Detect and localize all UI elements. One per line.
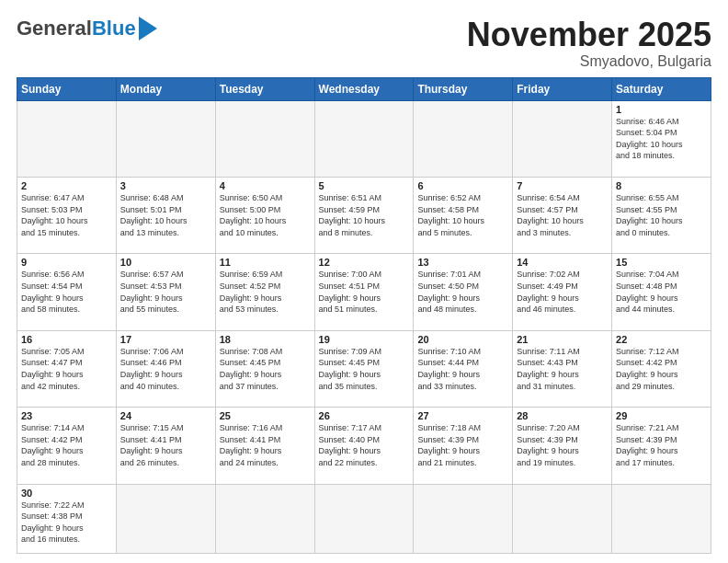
- calendar-week-row: 1Sunrise: 6:46 AM Sunset: 5:04 PM Daylig…: [17, 100, 711, 177]
- day-number: 20: [417, 334, 508, 345]
- calendar-cell: 4Sunrise: 6:50 AM Sunset: 5:00 PM Daylig…: [215, 178, 314, 254]
- calendar-cell: [414, 100, 513, 177]
- calendar-cell: 13Sunrise: 7:01 AM Sunset: 4:50 PM Dayli…: [414, 254, 513, 330]
- calendar-cell: 16Sunrise: 7:05 AM Sunset: 4:47 PM Dayli…: [17, 330, 117, 407]
- day-info: Sunrise: 7:06 AM Sunset: 4:46 PM Dayligh…: [120, 346, 211, 392]
- day-number: 3: [120, 180, 211, 191]
- weekday-header-friday: Friday: [513, 77, 612, 100]
- weekday-header-row: SundayMondayTuesdayWednesdayThursdayFrid…: [17, 77, 711, 100]
- day-info: Sunrise: 6:56 AM Sunset: 4:54 PM Dayligh…: [21, 269, 112, 315]
- weekday-header-saturday: Saturday: [612, 77, 711, 100]
- day-number: 11: [220, 257, 311, 268]
- day-number: 9: [21, 257, 112, 268]
- day-info: Sunrise: 7:20 AM Sunset: 4:39 PM Dayligh…: [517, 422, 608, 468]
- calendar-cell: 28Sunrise: 7:20 AM Sunset: 4:39 PM Dayli…: [513, 408, 612, 484]
- calendar-cell: 24Sunrise: 7:15 AM Sunset: 4:41 PM Dayli…: [116, 408, 215, 484]
- day-number: 18: [220, 334, 311, 345]
- calendar-cell: 2Sunrise: 6:47 AM Sunset: 5:03 PM Daylig…: [17, 178, 117, 254]
- day-number: 13: [417, 257, 508, 268]
- day-number: 10: [120, 257, 211, 268]
- month-year-title: November 2025: [467, 17, 711, 53]
- day-info: Sunrise: 7:17 AM Sunset: 4:40 PM Dayligh…: [319, 422, 410, 468]
- calendar-cell: 25Sunrise: 7:16 AM Sunset: 4:41 PM Dayli…: [215, 408, 314, 484]
- calendar-week-row: 30Sunrise: 7:22 AM Sunset: 4:38 PM Dayli…: [17, 484, 711, 553]
- calendar-table: SundayMondayTuesdayWednesdayThursdayFrid…: [17, 77, 711, 554]
- calendar-cell: 17Sunrise: 7:06 AM Sunset: 4:46 PM Dayli…: [116, 330, 215, 407]
- calendar-cell: 14Sunrise: 7:02 AM Sunset: 4:49 PM Dayli…: [513, 254, 612, 330]
- calendar-cell: 27Sunrise: 7:18 AM Sunset: 4:39 PM Dayli…: [414, 408, 513, 484]
- day-info: Sunrise: 7:10 AM Sunset: 4:44 PM Dayligh…: [417, 346, 508, 392]
- day-info: Sunrise: 6:52 AM Sunset: 4:58 PM Dayligh…: [417, 192, 508, 238]
- calendar-cell: [513, 484, 612, 553]
- calendar-cell: [612, 484, 711, 553]
- day-info: Sunrise: 6:57 AM Sunset: 4:53 PM Dayligh…: [120, 269, 211, 315]
- calendar-cell: 23Sunrise: 7:14 AM Sunset: 4:42 PM Dayli…: [17, 408, 117, 484]
- weekday-header-monday: Monday: [116, 77, 215, 100]
- day-info: Sunrise: 7:16 AM Sunset: 4:41 PM Dayligh…: [220, 422, 311, 468]
- day-info: Sunrise: 7:12 AM Sunset: 4:42 PM Dayligh…: [616, 346, 707, 392]
- day-info: Sunrise: 7:02 AM Sunset: 4:49 PM Dayligh…: [517, 269, 608, 315]
- day-number: 8: [616, 180, 707, 191]
- calendar-week-row: 23Sunrise: 7:14 AM Sunset: 4:42 PM Dayli…: [17, 408, 711, 484]
- logo: General Blue: [17, 17, 157, 40]
- day-info: Sunrise: 7:11 AM Sunset: 4:43 PM Dayligh…: [517, 346, 608, 392]
- weekday-header-thursday: Thursday: [414, 77, 513, 100]
- day-info: Sunrise: 7:15 AM Sunset: 4:41 PM Dayligh…: [120, 422, 211, 468]
- day-number: 30: [21, 488, 112, 499]
- day-number: 15: [616, 257, 707, 268]
- calendar-cell: 9Sunrise: 6:56 AM Sunset: 4:54 PM Daylig…: [17, 254, 117, 330]
- calendar-cell: 6Sunrise: 6:52 AM Sunset: 4:58 PM Daylig…: [414, 178, 513, 254]
- calendar-cell: 21Sunrise: 7:11 AM Sunset: 4:43 PM Dayli…: [513, 330, 612, 407]
- day-info: Sunrise: 7:00 AM Sunset: 4:51 PM Dayligh…: [319, 269, 410, 315]
- location-subtitle: Smyadovo, Bulgaria: [467, 53, 711, 70]
- day-info: Sunrise: 6:47 AM Sunset: 5:03 PM Dayligh…: [21, 192, 112, 238]
- day-number: 28: [517, 410, 608, 421]
- day-number: 7: [517, 180, 608, 191]
- day-number: 27: [417, 410, 508, 421]
- day-number: 12: [319, 257, 410, 268]
- calendar-cell: [215, 484, 314, 553]
- calendar-cell: [215, 100, 314, 177]
- day-info: Sunrise: 7:22 AM Sunset: 4:38 PM Dayligh…: [21, 500, 112, 546]
- day-number: 29: [616, 410, 707, 421]
- calendar-cell: [116, 100, 215, 177]
- day-number: 17: [120, 334, 211, 345]
- calendar-cell: 26Sunrise: 7:17 AM Sunset: 4:40 PM Dayli…: [314, 408, 414, 484]
- calendar-cell: 7Sunrise: 6:54 AM Sunset: 4:57 PM Daylig…: [513, 178, 612, 254]
- calendar-cell: 1Sunrise: 6:46 AM Sunset: 5:04 PM Daylig…: [612, 100, 711, 177]
- day-info: Sunrise: 7:08 AM Sunset: 4:45 PM Dayligh…: [220, 346, 311, 392]
- calendar-cell: 18Sunrise: 7:08 AM Sunset: 4:45 PM Dayli…: [215, 330, 314, 407]
- day-number: 25: [220, 410, 311, 421]
- calendar-cell: 30Sunrise: 7:22 AM Sunset: 4:38 PM Dayli…: [17, 484, 117, 553]
- header: General Blue November 2025 Smyadovo, Bul…: [17, 17, 711, 70]
- day-info: Sunrise: 6:50 AM Sunset: 5:00 PM Dayligh…: [220, 192, 311, 238]
- day-number: 21: [517, 334, 608, 345]
- day-info: Sunrise: 6:54 AM Sunset: 4:57 PM Dayligh…: [517, 192, 608, 238]
- calendar-cell: 22Sunrise: 7:12 AM Sunset: 4:42 PM Dayli…: [612, 330, 711, 407]
- day-number: 24: [120, 410, 211, 421]
- calendar-cell: [17, 100, 117, 177]
- calendar-cell: 8Sunrise: 6:55 AM Sunset: 4:55 PM Daylig…: [612, 178, 711, 254]
- day-number: 16: [21, 334, 112, 345]
- day-info: Sunrise: 7:01 AM Sunset: 4:50 PM Dayligh…: [417, 269, 508, 315]
- day-info: Sunrise: 6:46 AM Sunset: 5:04 PM Dayligh…: [616, 116, 707, 162]
- logo-blue-text: Blue: [92, 17, 136, 40]
- calendar-week-row: 9Sunrise: 6:56 AM Sunset: 4:54 PM Daylig…: [17, 254, 711, 330]
- calendar-cell: 3Sunrise: 6:48 AM Sunset: 5:01 PM Daylig…: [116, 178, 215, 254]
- day-number: 19: [319, 334, 410, 345]
- calendar-week-row: 2Sunrise: 6:47 AM Sunset: 5:03 PM Daylig…: [17, 178, 711, 254]
- day-info: Sunrise: 7:18 AM Sunset: 4:39 PM Dayligh…: [417, 422, 508, 468]
- calendar-cell: [116, 484, 215, 553]
- day-number: 26: [319, 410, 410, 421]
- calendar-cell: [414, 484, 513, 553]
- day-number: 4: [220, 180, 311, 191]
- calendar-cell: 19Sunrise: 7:09 AM Sunset: 4:45 PM Dayli…: [314, 330, 414, 407]
- calendar-cell: 5Sunrise: 6:51 AM Sunset: 4:59 PM Daylig…: [314, 178, 414, 254]
- day-info: Sunrise: 6:59 AM Sunset: 4:52 PM Dayligh…: [220, 269, 311, 315]
- day-info: Sunrise: 7:21 AM Sunset: 4:39 PM Dayligh…: [616, 422, 707, 468]
- weekday-header-sunday: Sunday: [17, 77, 117, 100]
- title-block: November 2025 Smyadovo, Bulgaria: [467, 17, 711, 70]
- calendar-cell: 20Sunrise: 7:10 AM Sunset: 4:44 PM Dayli…: [414, 330, 513, 407]
- day-number: 22: [616, 334, 707, 345]
- day-info: Sunrise: 7:04 AM Sunset: 4:48 PM Dayligh…: [616, 269, 707, 315]
